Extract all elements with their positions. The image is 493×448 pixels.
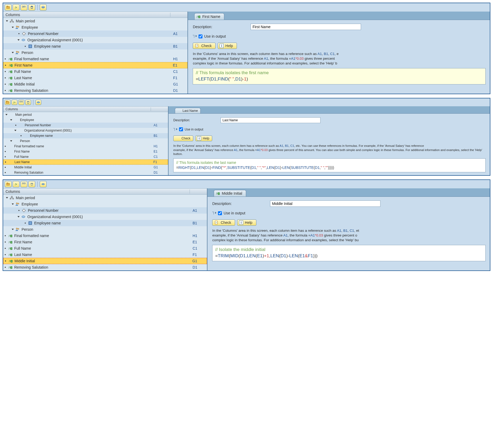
tree-row-item[interactable]: Removing SalutationD1 [3, 170, 168, 175]
tree-row-org-assignment[interactable]: Organizational Assignment (0001) [3, 37, 187, 43]
tree-row-item[interactable]: ƒxRemoving SalutationD1 [3, 264, 207, 270]
field-icon [28, 44, 32, 48]
svg-rect-44 [10, 198, 11, 199]
info-text: In the 'Columns' area in this screen, ea… [173, 144, 486, 156]
tree-row-item[interactable]: ƒxFinal formatted nameH1 [3, 56, 187, 62]
formula-icon: ƒx [8, 253, 12, 256]
svg-text:ƒx: ƒx [13, 101, 16, 104]
tree-row-item[interactable]: ƒxLast NameF1 [3, 251, 207, 258]
toolbar-btn-layout[interactable] [21, 4, 27, 11]
columns-tree[interactable]: Main period Employee Personnel NumberA1 … [3, 195, 207, 270]
tree-row-employee-name[interactable]: Employee nameB1 [3, 133, 168, 138]
toolbar-btn-delete[interactable] [28, 181, 35, 187]
columns-tree[interactable]: Main period Employee Personnel NumberA1 … [3, 18, 187, 94]
tab-first-name[interactable]: ƒxFirst Name [194, 13, 224, 20]
toolbar-btn-delete[interactable] [28, 4, 35, 11]
tree-row-item-selected[interactable]: ƒxFirst NameE1 [3, 62, 187, 68]
tree-row-item[interactable]: Middle InitialG1 [3, 165, 168, 170]
check-button[interactable]: Check [212, 219, 235, 226]
hierarchy-icon [9, 113, 13, 117]
tree-row-employee[interactable]: Employee [3, 201, 207, 207]
tree-row-person[interactable]: Person [3, 49, 187, 56]
tree-row-person[interactable]: Person [3, 138, 168, 144]
tree-row-employee-name[interactable]: Employee nameB1 [3, 220, 207, 226]
tree-row-main-period[interactable]: Main period [3, 112, 168, 117]
toolbar-btn-open[interactable] [5, 100, 11, 105]
tree-row-item[interactable]: ƒxMiddle InitialG1 [3, 81, 187, 87]
toolbar-btn-open[interactable] [5, 181, 12, 187]
tab-middle-initial[interactable]: ƒxMiddle Initial [214, 190, 246, 197]
tree-row-personnel-number[interactable]: Personnel NumberA1 [3, 123, 168, 128]
tree-row-item[interactable]: ƒxFirst NameE1 [3, 239, 207, 245]
description-label: Description: [193, 25, 251, 29]
tree-row-personnel-number[interactable]: Personnel NumberA1 [3, 207, 207, 214]
formula-icon: ƒx [8, 246, 12, 250]
formula-editor[interactable]: // This formula isolates the last name =… [173, 158, 486, 173]
toolbar-btn-formula[interactable]: ƒx [12, 100, 17, 105]
check-button[interactable]: Check [173, 135, 193, 141]
toolbar-separator [33, 99, 33, 105]
tree-row-employee[interactable]: Employee [3, 117, 168, 123]
svg-point-42 [42, 183, 45, 185]
tree-row-item-selected[interactable]: ƒxMiddle InitialG1 [3, 258, 207, 264]
columns-tree-panel: Columns Main period Employee Personnel N… [3, 12, 188, 94]
tree-row-item[interactable]: Full NameC1 [3, 154, 168, 159]
svg-rect-8 [10, 22, 11, 22]
svg-rect-53 [11, 235, 12, 237]
tree-row-employee-name[interactable]: Employee nameB1 [3, 43, 187, 49]
tree-row-personnel-number[interactable]: Personnel NumberA1 [3, 31, 187, 37]
tree-row-employee[interactable]: Employee [3, 24, 187, 31]
tree-row-item-selected[interactable]: Last NameF1 [3, 159, 168, 165]
use-in-output-label: Use in output [204, 34, 226, 38]
tree-row-org-assignment[interactable]: Organizational Assignment (0001) [3, 128, 168, 133]
assign-icon [212, 212, 216, 215]
toolbar-separator [37, 4, 38, 10]
help-button[interactable]: iHelp [237, 219, 256, 226]
svg-point-14 [16, 51, 18, 53]
use-in-output-checkbox[interactable] [179, 127, 183, 131]
info-icon: i [220, 44, 224, 48]
tree-row-item[interactable]: ƒxLast NameF1 [3, 75, 187, 81]
tree-row-item[interactable]: ƒxRemoving SalutationD1 [3, 87, 187, 94]
columns-tree[interactable]: Main period Employee Personnel NumberA1 … [3, 112, 168, 175]
panel-middle-initial: ƒx Columns Main period Employee Personne… [3, 179, 490, 271]
tree-row-person[interactable]: Person [3, 226, 207, 233]
tree-row-item[interactable]: Final formatted nameH1 [3, 144, 168, 149]
toolbar-btn-open[interactable] [5, 4, 12, 11]
toolbar-btn-formula[interactable]: ƒx [13, 181, 19, 187]
tree-row-org-assignment[interactable]: Organizational Assignment (0001) [3, 214, 207, 220]
formula-icon [176, 109, 181, 113]
description-input[interactable] [270, 200, 380, 207]
help-button[interactable]: iHelp [195, 135, 212, 141]
formula-icon [8, 171, 12, 174]
svg-rect-7 [11, 19, 12, 20]
tab-last-name[interactable]: Last Name [175, 108, 201, 113]
toolbar-btn-selection[interactable] [35, 100, 41, 105]
tree-row-item[interactable]: First NameE1 [3, 149, 168, 154]
columns-header: Columns [3, 188, 207, 195]
tree-row-item[interactable]: ƒxFinal formatted nameH1 [3, 233, 207, 239]
toolbar-btn-selection[interactable] [40, 181, 47, 187]
toolbar-btn-layout[interactable] [18, 100, 24, 105]
toolbar-btn-formula[interactable]: ƒx [13, 4, 19, 11]
description-input[interactable] [221, 117, 321, 123]
toolbar-btn-selection[interactable] [40, 4, 47, 11]
tree-row-item[interactable]: ƒxFull NameC1 [3, 245, 207, 251]
formula-editor[interactable]: // Isolate the middle initial =TRIM(MID(… [212, 245, 486, 261]
toolbar-btn-delete[interactable] [25, 100, 31, 105]
tree-row-main-period[interactable]: Main period [3, 18, 187, 24]
svg-point-12 [22, 39, 25, 41]
diamond-icon [19, 123, 23, 127]
check-button[interactable]: Check [193, 43, 216, 49]
use-in-output-checkbox[interactable] [218, 211, 222, 215]
toolbar-btn-layout[interactable] [21, 181, 27, 187]
use-in-output-checkbox[interactable] [199, 34, 202, 38]
tree-row-item[interactable]: ƒxFull NameC1 [3, 68, 187, 75]
tree-row-main-period[interactable]: Main period [3, 195, 207, 201]
formula-icon: ƒx [8, 240, 12, 244]
help-button[interactable]: iHelp [218, 43, 237, 49]
columns-header-spacer [170, 13, 186, 17]
check-icon [195, 44, 199, 48]
formula-editor[interactable]: // This formula isolates the first name … [193, 68, 486, 84]
description-input[interactable] [251, 24, 361, 30]
